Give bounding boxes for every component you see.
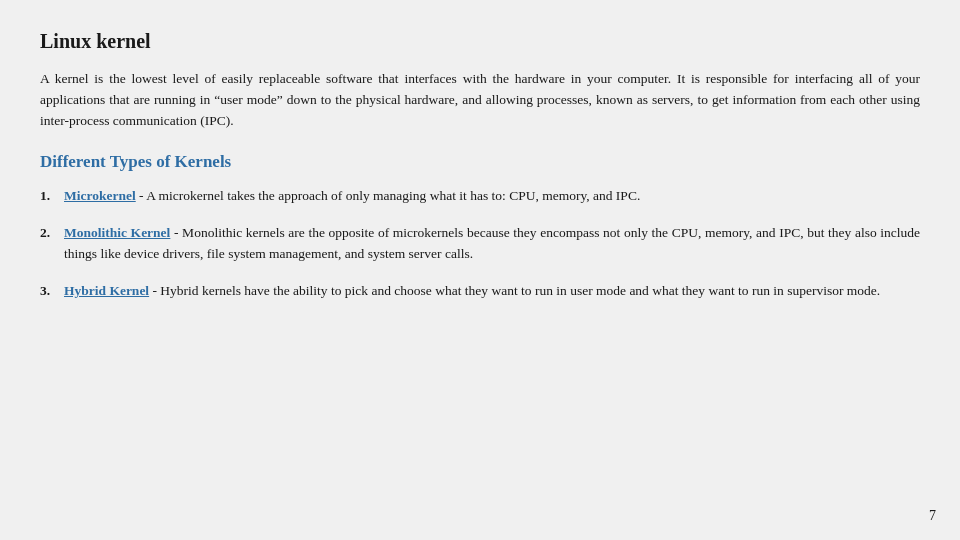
- slide-title: Linux kernel: [40, 30, 920, 53]
- slide: Linux kernel A kernel is the lowest leve…: [0, 0, 960, 540]
- kernel-name: Monolithic Kernel: [64, 225, 170, 240]
- section-heading: Different Types of Kernels: [40, 152, 920, 172]
- list-number: 1.: [40, 186, 60, 207]
- list-item: 3.Hybrid Kernel - Hybrid kernels have th…: [40, 281, 920, 302]
- list-content: Hybrid Kernel - Hybrid kernels have the …: [64, 281, 920, 302]
- kernel-name: Microkernel: [64, 188, 136, 203]
- list-content: Microkernel - A microkernel takes the ap…: [64, 186, 920, 207]
- kernel-list: 1.Microkernel - A microkernel takes the …: [40, 186, 920, 302]
- page-number: 7: [929, 508, 936, 524]
- list-item: 1.Microkernel - A microkernel takes the …: [40, 186, 920, 207]
- list-content: Monolithic Kernel - Monolithic kernels a…: [64, 223, 920, 265]
- kernel-description: - A microkernel takes the approach of on…: [136, 188, 641, 203]
- list-item: 2.Monolithic Kernel - Monolithic kernels…: [40, 223, 920, 265]
- list-number: 3.: [40, 281, 60, 302]
- list-number: 2.: [40, 223, 60, 244]
- kernel-name: Hybrid Kernel: [64, 283, 149, 298]
- intro-paragraph: A kernel is the lowest level of easily r…: [40, 69, 920, 132]
- kernel-description: - Monolithic kernels are the opposite of…: [64, 225, 920, 261]
- kernel-description: - Hybrid kernels have the ability to pic…: [149, 283, 880, 298]
